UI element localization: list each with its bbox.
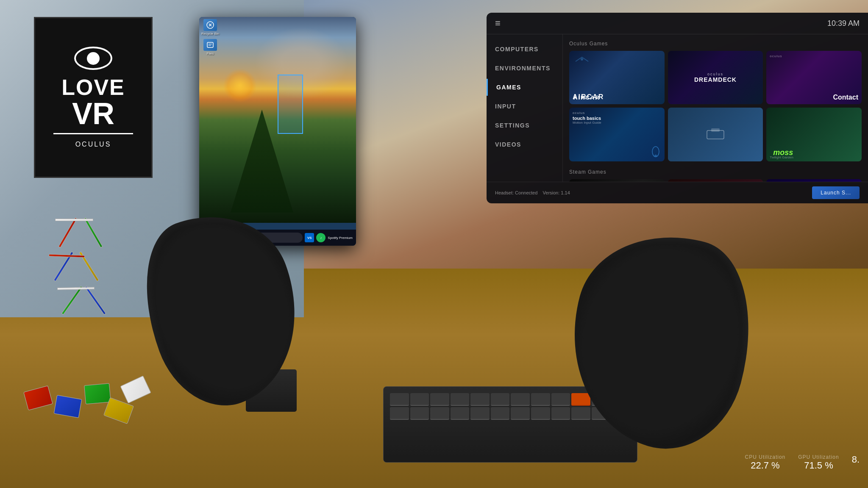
desktop-window: Recycle Bin Files here to search VS ♪ Sp… [199,17,356,246]
game-aircar-label: aircar [573,93,604,101]
game-card-moss[interactable]: Twilight Garden moss [766,108,862,161]
desktop-selection [278,75,303,134]
game-card-touch-basics[interactable]: oculus touch basics Motion Input Guide [569,108,665,161]
svg-point-2 [581,58,583,61]
taskbar-spotify-label: Spotify Premium [328,236,353,240]
recycle-bin-icon [203,19,217,31]
key-orange [571,393,590,406]
contact-title: Contact [833,94,858,101]
overlay-nav: COMPUTERS ENVIRONMENTS GAMES INPUT SETTI… [487,34,563,182]
svg-rect-6 [711,128,720,132]
desktop-sun-glow [223,69,257,103]
desktop-icon-recycle: Recycle Bin [201,19,219,36]
scattered-card-3 [84,383,111,404]
card-3 [55,219,93,221]
key-16 [451,407,470,420]
key-3 [430,393,449,406]
alyx-text: HALF-LIFE ALYX [569,179,665,182]
steam-games-grid: HALF-LIFE ALYX IN DEATH [569,179,862,182]
dreamdeck-title: DREAMDECK [694,76,737,83]
nav-item-videos[interactable]: VIDEOS [487,136,562,153]
version-label: Version: [543,190,560,195]
poster-divider [53,133,133,134]
touch-basics-subtitle: Motion Input Guide [573,121,601,125]
poster-eye-pupil [87,52,100,65]
steam-games-title: Steam Games [569,169,862,175]
launch-button[interactable]: Launch S... [812,186,860,199]
version-value: 1.14 [561,190,570,195]
menu-icon[interactable]: ≡ [495,18,501,29]
scattered-cards [13,340,161,424]
nav-item-input[interactable]: INPUT [487,98,562,115]
card-7 [61,286,83,315]
desktop-wallpaper: Recycle Bin Files [199,17,356,223]
key-22 [571,407,590,420]
other-value: 8. [852,454,860,465]
game-card-beat-saber[interactable]: UPDATE [766,179,862,182]
love-vr-poster: LOVE VR OCULUS [34,17,153,178]
game-card-dreamdeck[interactable]: oculus DREAMDECK [668,51,763,104]
key-13 [390,407,409,420]
recycle-bin-label: Recycle Bin [201,32,219,36]
svg-rect-1 [207,42,213,47]
desktop-icons: Recycle Bin Files [201,19,219,55]
poster-oculus-text: OCULUS [75,141,111,148]
scattered-card-1 [23,385,53,410]
contact-oculus-text: oculus [770,54,782,58]
key-2 [410,393,429,406]
stat-cpu: CPU Utilization 22.7 % [745,454,786,471]
poster-vr-text: VR [72,98,114,129]
key-4 [451,393,470,406]
oculus-games-title: Oculus Games [569,41,862,47]
dreamdeck-oculus-text: oculus [707,72,723,76]
key-19 [511,407,530,420]
key-1 [390,393,409,406]
nav-item-settings[interactable]: SETTINGS [487,117,562,134]
card-1 [58,217,77,248]
cpu-value: 22.7 % [751,460,780,471]
game-card-alyx[interactable]: HALF-LIFE ALYX [569,179,665,182]
key-9 [551,393,570,406]
nav-item-games[interactable]: GAMES [487,79,562,96]
key-18 [491,407,510,420]
game-card-aircar[interactable]: aircar [569,51,665,104]
svg-point-4 [654,155,657,157]
scattered-card-5 [120,375,151,403]
nav-item-environments[interactable]: ENVIRONMENTS [487,60,562,77]
desktop-icon-files: Files [201,39,219,55]
overlay-games: Oculus Games aircar oculus DREAMDECK [563,34,868,182]
key-21 [551,407,570,420]
touch-basics-oculus: oculus [573,111,585,115]
headset-label: Headset: [495,190,514,195]
files-icon [203,39,217,51]
key-20 [531,407,550,420]
poster-eye [74,47,112,70]
game-card-environment[interactable] [668,108,763,161]
overlay-content: COMPUTERS ENVIRONMENTS GAMES INPUT SETTI… [487,34,868,182]
nav-item-computers[interactable]: COMPUTERS [487,41,562,58]
card-8 [85,286,106,315]
touch-basics-title: touch basics [573,116,601,121]
status-info: Headset: Connected Version: 1.14 [495,190,570,195]
key-14 [410,407,429,420]
poster-love-text: LOVE [61,76,125,98]
gpu-label: GPU Utilization [798,454,839,460]
overlay-status-bar: Headset: Connected Version: 1.14 Launch … [487,182,868,203]
headset-value: Connected [515,190,537,195]
key-6 [491,393,510,406]
stat-other: 8. [852,454,860,471]
moss-title: moss [773,148,793,157]
oculus-games-grid: aircar oculus DREAMDECK oculus [569,51,862,161]
dreamdeck-logo: oculus DREAMDECK [668,51,763,104]
game-card-contact[interactable]: oculus Contact [766,51,862,104]
card-2 [83,217,103,248]
system-stats: CPU Utilization 22.7 % GPU Utilization 7… [745,454,860,471]
gpu-value: 71.5 % [804,460,833,471]
key-17 [470,407,490,420]
key-15 [430,407,449,420]
taskbar-vs-icon: VS [305,233,314,242]
key-8 [531,393,550,406]
card-6 [49,254,85,258]
scattered-card-2 [54,395,82,418]
game-card-in-death[interactable]: IN DEATH [668,179,763,182]
